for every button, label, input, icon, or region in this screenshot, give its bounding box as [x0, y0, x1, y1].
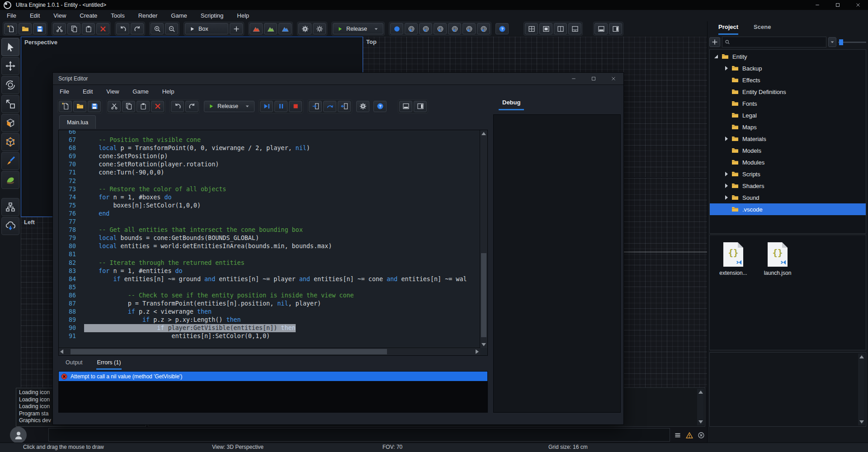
paint-tool-button[interactable] — [1, 152, 19, 170]
tree-item-Entity[interactable]: Entity — [710, 51, 866, 62]
maximize-button[interactable] — [827, 0, 848, 10]
tree-item-Legal[interactable]: Legal — [710, 109, 866, 121]
tab-debug[interactable]: Debug — [499, 99, 524, 110]
save-button[interactable] — [88, 101, 101, 112]
cut-button[interactable] — [108, 101, 121, 112]
add-primitive-button[interactable] — [230, 23, 243, 34]
undo-button[interactable] — [116, 23, 129, 34]
code-line-68[interactable]: 68 local p = TransformPoint(0, 0, viewra… — [59, 144, 480, 152]
toggle-bottom-panel-button[interactable] — [594, 23, 608, 34]
avatar[interactable] — [10, 427, 27, 443]
terrain-blue-button[interactable] — [278, 23, 292, 34]
terrain-tool-button[interactable] — [1, 171, 19, 189]
scrollbar[interactable] — [858, 353, 865, 425]
file-item[interactable]: {} extension... — [716, 242, 750, 276]
tab-main-lua[interactable]: Main.lua — [59, 115, 96, 129]
menu-create[interactable]: Create — [73, 12, 104, 19]
menu-game[interactable]: Game — [164, 12, 193, 19]
new-file-button[interactable] — [59, 101, 72, 112]
step-over-button[interactable] — [323, 101, 336, 112]
menu-scripting[interactable]: Scripting — [194, 12, 231, 19]
hierarchy-tool-button[interactable] — [1, 198, 19, 216]
paste-button[interactable] — [137, 101, 150, 112]
maximize-button[interactable] — [584, 73, 604, 85]
menu-render[interactable]: Render — [132, 12, 165, 19]
toggle-bottom-panel-button[interactable] — [399, 101, 412, 112]
copy-button[interactable] — [67, 23, 80, 34]
filter-dropdown-button[interactable] — [828, 37, 836, 47]
tree-item-Modules[interactable]: Modules — [710, 156, 866, 168]
expander-icon[interactable] — [723, 136, 730, 142]
log-list-button[interactable] — [673, 430, 683, 440]
code-line-75[interactable]: 75 boxes[n]:SetColor(1,0,0) — [59, 202, 480, 210]
build-config-dropdown[interactable]: Release — [333, 23, 383, 34]
step-out-button[interactable] — [338, 101, 351, 112]
code-line-88[interactable]: 88 if p.z < viewrange then — [59, 308, 480, 316]
menu-view[interactable]: View — [47, 12, 73, 19]
menu-file[interactable]: File — [0, 12, 23, 19]
vertical-scrollbar[interactable] — [480, 130, 487, 348]
layout-quad-button[interactable] — [525, 23, 538, 34]
toggle-right-panel-button[interactable] — [609, 23, 622, 34]
open-folder-button[interactable] — [73, 101, 86, 112]
layout-columns-button[interactable] — [554, 23, 567, 34]
code-line-90[interactable]: 90 if player:GetVisible(entities[n]) the… — [59, 324, 480, 332]
settings-button[interactable] — [298, 23, 311, 34]
tab-output[interactable]: Output — [65, 359, 84, 370]
layout-split-button[interactable] — [568, 23, 581, 34]
code-line-86[interactable]: 86 -- Check to see if the entity positio… — [59, 292, 480, 300]
help-button[interactable] — [373, 101, 387, 112]
tab-errors[interactable]: Errors (1) — [96, 359, 122, 370]
sphere-mode-button[interactable] — [434, 23, 447, 34]
code-line-70[interactable]: 70 cone:SetRotation(player.rotation) — [59, 160, 480, 169]
vertex-select-tool-button[interactable] — [1, 133, 19, 151]
code-editor[interactable]: 6667 -- Position the visible cone68 loca… — [58, 130, 488, 356]
project-settings-button[interactable] — [313, 23, 326, 34]
move-tool-button[interactable] — [1, 57, 19, 75]
close-button[interactable] — [848, 0, 868, 10]
scrollbar-thumb[interactable] — [481, 253, 486, 337]
tree-item-.vscode[interactable]: .vscode — [710, 203, 866, 215]
code-line-79[interactable]: 79 local bounds = cone:GetBounds(BOUNDS_… — [59, 234, 480, 242]
delete-button[interactable] — [151, 101, 164, 112]
search-input[interactable] — [732, 38, 824, 46]
file-item[interactable]: {} launch.json — [760, 242, 795, 276]
code-line-74[interactable]: 74 for n = 1, #boxes do — [59, 193, 480, 202]
tree-item-Maps[interactable]: Maps — [710, 121, 866, 133]
redo-button[interactable] — [185, 101, 198, 112]
stop-button[interactable] — [289, 101, 302, 112]
menu-edit[interactable]: Edit — [23, 12, 47, 19]
scale-tool-button[interactable] — [1, 95, 19, 113]
sphere-mode-button[interactable] — [419, 23, 432, 34]
tree-item-Shaders[interactable]: Shaders — [710, 180, 866, 192]
tree-item-Entity Definitions[interactable]: Entity Definitions — [710, 86, 866, 98]
tree-item-Fonts[interactable]: Fonts — [710, 98, 866, 109]
code-line-87[interactable]: 87 p = TransformPoint(entities[n].positi… — [59, 300, 480, 308]
code-line-83[interactable]: 83 for n = 1, #entities do — [59, 267, 480, 275]
slider-handle[interactable] — [839, 39, 843, 45]
save-button[interactable] — [33, 23, 46, 34]
tree-item-Backup[interactable]: Backup — [710, 62, 866, 74]
undo-button[interactable] — [171, 101, 184, 112]
add-asset-button[interactable] — [709, 37, 720, 47]
expander-icon[interactable] — [723, 183, 730, 189]
expander-icon[interactable] — [723, 65, 730, 71]
pause-button[interactable] — [274, 101, 288, 112]
code-line-76[interactable]: 76 end — [59, 210, 480, 218]
asset-search[interactable] — [722, 37, 826, 47]
help-button[interactable] — [495, 23, 509, 34]
code-line-80[interactable]: 80 local entities = world:GetEntitiesInA… — [59, 242, 480, 250]
select-tool-button[interactable] — [1, 38, 19, 56]
code-line-91[interactable]: 91 entities[n]:SetColor(0,1,0) — [59, 332, 480, 340]
menu-game[interactable]: Game — [126, 88, 155, 95]
minimize-button[interactable] — [564, 73, 584, 85]
menu-edit[interactable]: Edit — [76, 88, 99, 95]
sphere-mode-button[interactable] — [448, 23, 461, 34]
warnings-button[interactable] — [684, 430, 694, 440]
minimize-button[interactable] — [807, 0, 827, 10]
sphere-mode-button[interactable] — [462, 23, 476, 34]
expander-icon[interactable] — [713, 53, 720, 60]
code-line-72[interactable]: 72 — [59, 177, 480, 185]
step-into-button[interactable] — [309, 101, 322, 112]
code-line-85[interactable]: 85 — [59, 283, 480, 292]
